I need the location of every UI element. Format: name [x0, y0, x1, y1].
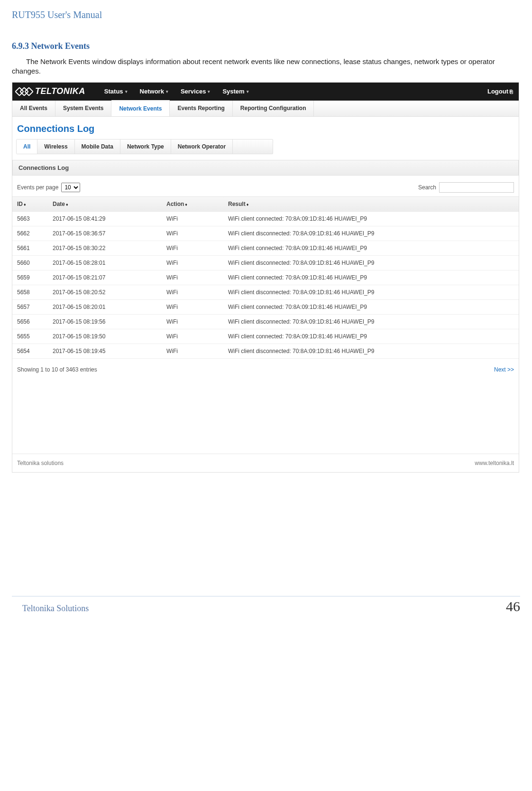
chevron-down-icon: ▾: [125, 89, 128, 94]
page-title: Connections Log: [12, 117, 519, 139]
doc-footer: Teltonika Solutions 46: [12, 596, 520, 614]
tab-network-events[interactable]: Network Events: [111, 100, 170, 116]
col-action[interactable]: Action♦: [162, 196, 223, 211]
primary-tabs: All Events System Events Network Events …: [12, 101, 519, 117]
subtab-mobile-data[interactable]: Mobile Data: [75, 140, 120, 154]
table-cell: WiFi: [162, 241, 223, 255]
table-cell: WiFi: [162, 270, 223, 285]
table-row: 56562017-06-15 08:19:56WiFiWiFi client d…: [12, 314, 519, 329]
sort-icon: ♦: [24, 202, 26, 207]
section-body: The Network Events window displays infor…: [12, 57, 520, 76]
sort-icon: ♦: [247, 202, 249, 207]
search-input[interactable]: [439, 182, 514, 193]
tab-all-events[interactable]: All Events: [12, 101, 55, 116]
table-cell: 5656: [12, 314, 48, 329]
table-row: 56612017-06-15 08:30:22WiFiWiFi client c…: [12, 241, 519, 255]
sort-icon: ♦: [185, 202, 187, 207]
doc-header: RUT955 User's Manual: [12, 9, 520, 22]
search-label: Search: [418, 184, 436, 191]
page-number: 46: [506, 598, 520, 614]
table-cell: WiFi client disconnected: 70:8A:09:1D:81…: [223, 285, 519, 299]
tab-system-events[interactable]: System Events: [55, 101, 111, 116]
tab-reporting-configuration[interactable]: Reporting Configuration: [233, 101, 314, 116]
events-table: ID♦ Date♦ Action♦ Result♦ 56632017-06-15…: [12, 196, 519, 359]
next-page-link[interactable]: Next >>: [494, 366, 514, 373]
events-per-page-label: Events per page: [17, 184, 58, 191]
table-cell: 5659: [12, 270, 48, 285]
table-cell: 5662: [12, 226, 48, 241]
table-cell: 5655: [12, 329, 48, 344]
table-cell: 2017-06-15 08:19:50: [48, 329, 162, 344]
logout-button[interactable]: Logout⎘: [487, 88, 513, 95]
table-cell: WiFi client disconnected: 70:8A:09:1D:81…: [223, 314, 519, 329]
nav-links: Status▾ Network▾ Services▾ System▾: [104, 88, 249, 95]
section-heading: 6.9.3 Network Events: [12, 41, 520, 51]
app-footer: Teltonika solutions www.teltonika.lt: [12, 454, 519, 472]
footer-site: www.teltonika.lt: [475, 460, 514, 466]
table-cell: WiFi: [162, 285, 223, 299]
table-row: 56582017-06-15 08:20:52WiFiWiFi client d…: [12, 285, 519, 299]
table-row: 56602017-06-15 08:28:01WiFiWiFi client d…: [12, 255, 519, 270]
col-date[interactable]: Date♦: [48, 196, 162, 211]
table-cell: WiFi: [162, 211, 223, 226]
table-cell: WiFi: [162, 255, 223, 270]
secondary-tabs: All Wireless Mobile Data Network Type Ne…: [16, 139, 273, 154]
panel-title: Connections Log: [12, 160, 519, 176]
table-cell: 2017-06-15 08:20:01: [48, 299, 162, 314]
section-number: 6.9.3: [12, 41, 29, 51]
table-cell: 2017-06-15 08:28:01: [48, 255, 162, 270]
brand-text: TELTONIKA: [35, 86, 85, 96]
table-cell: WiFi client connected: 70:8A:09:1D:81:46…: [223, 299, 519, 314]
table-cell: WiFi client disconnected: 70:8A:09:1D:81…: [223, 344, 519, 358]
table-cell: 5663: [12, 211, 48, 226]
col-id[interactable]: ID♦: [12, 196, 48, 211]
subtab-wireless[interactable]: Wireless: [37, 140, 74, 154]
table-row: 56622017-06-15 08:36:57WiFiWiFi client d…: [12, 226, 519, 241]
table-cell: 2017-06-15 08:36:57: [48, 226, 162, 241]
col-result[interactable]: Result♦: [223, 196, 519, 211]
table-row: 56632017-06-15 08:41:29WiFiWiFi client c…: [12, 211, 519, 226]
table-cell: WiFi client connected: 70:8A:09:1D:81:46…: [223, 329, 519, 344]
nav-item-status[interactable]: Status▾: [104, 88, 128, 95]
table-row: 56572017-06-15 08:20:01WiFiWiFi client c…: [12, 299, 519, 314]
subtab-network-type[interactable]: Network Type: [120, 140, 171, 154]
table-cell: 5654: [12, 344, 48, 358]
brand-mark-icon: [18, 88, 32, 95]
table-cell: 5660: [12, 255, 48, 270]
doc-footer-brand: Teltonika Solutions: [12, 604, 89, 614]
table-cell: WiFi: [162, 299, 223, 314]
nav-item-services[interactable]: Services▾: [181, 88, 211, 95]
subtab-network-operator[interactable]: Network Operator: [171, 140, 233, 154]
table-cell: WiFi: [162, 344, 223, 358]
table-cell: 5661: [12, 241, 48, 255]
table-cell: 5658: [12, 285, 48, 299]
table-cell: WiFi client connected: 70:8A:09:1D:81:46…: [223, 211, 519, 226]
table-cell: 2017-06-15 08:21:07: [48, 270, 162, 285]
showing-entries-text: Showing 1 to 10 of 3463 entries: [17, 366, 97, 373]
table-cell: WiFi client connected: 70:8A:09:1D:81:46…: [223, 270, 519, 285]
chevron-down-icon: ▾: [166, 89, 168, 94]
screenshot-panel: TELTONIKA Status▾ Network▾ Services▾ Sys…: [12, 82, 519, 473]
logout-icon: ⎘: [510, 89, 513, 94]
top-navbar: TELTONIKA Status▾ Network▾ Services▾ Sys…: [12, 83, 519, 101]
table-row: 56542017-06-15 08:19:45WiFiWiFi client d…: [12, 344, 519, 358]
table-cell: 2017-06-15 08:19:45: [48, 344, 162, 358]
table-cell: WiFi client disconnected: 70:8A:09:1D:81…: [223, 255, 519, 270]
chevron-down-icon: ▾: [208, 89, 210, 94]
events-per-page-select[interactable]: 10: [61, 183, 80, 192]
tab-events-reporting[interactable]: Events Reporting: [170, 101, 232, 116]
table-row: 56552017-06-15 08:19:50WiFiWiFi client c…: [12, 329, 519, 344]
nav-item-system[interactable]: System▾: [222, 88, 248, 95]
nav-item-network[interactable]: Network▾: [140, 88, 168, 95]
table-cell: 5657: [12, 299, 48, 314]
subtab-all[interactable]: All: [17, 140, 37, 154]
table-cell: 2017-06-15 08:30:22: [48, 241, 162, 255]
table-cell: 2017-06-15 08:20:52: [48, 285, 162, 299]
table-cell: WiFi: [162, 226, 223, 241]
table-footer: Showing 1 to 10 of 3463 entries Next >>: [12, 359, 519, 392]
footer-brand: Teltonika solutions: [17, 460, 64, 466]
table-row: 56592017-06-15 08:21:07WiFiWiFi client c…: [12, 270, 519, 285]
brand-logo: TELTONIKA: [18, 86, 85, 96]
chevron-down-icon: ▾: [247, 89, 249, 94]
table-cell: WiFi: [162, 314, 223, 329]
